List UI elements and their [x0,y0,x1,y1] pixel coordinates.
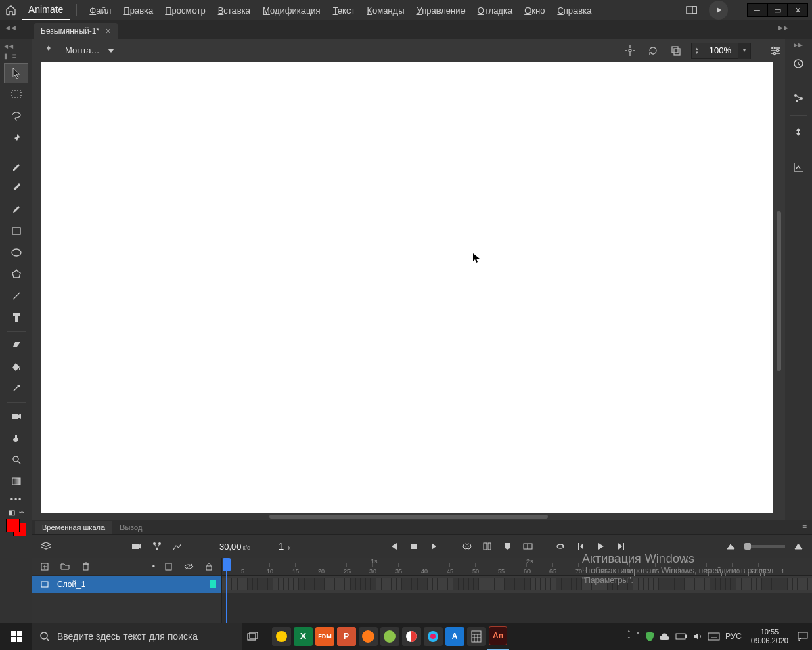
delete-layer-button[interactable] [78,560,92,573]
paint-bucket-tool[interactable] [4,357,28,377]
panel-collapse-left-icon[interactable]: ◀◀ [5,24,16,31]
scene-icon[interactable] [43,45,54,56]
hand-tool[interactable] [4,428,28,448]
maximize-button[interactable]: ▭ [767,3,788,17]
tab-output[interactable]: Вывод [113,521,149,534]
zoom-tool[interactable] [4,450,28,470]
taskbar-app-1[interactable] [271,623,292,650]
tray-notifications-icon[interactable] [798,632,808,641]
taskbar-search[interactable]: Введите здесь текст для поиска [32,623,242,650]
playhead-handle[interactable] [223,558,231,571]
step-back-button[interactable] [574,540,587,553]
visibility-header-icon[interactable] [182,560,196,573]
taskbar-app-ppt[interactable]: P [336,623,357,650]
home-icon[interactable] [4,3,18,17]
subselection-tool[interactable] [4,85,28,105]
step-forward-button[interactable] [614,540,628,553]
fps-display[interactable]: 30,00к/с [219,542,250,552]
panel-collapse-right-icon[interactable]: ▶▶ [778,24,789,31]
line-tool[interactable] [4,286,28,306]
pencil-tool[interactable] [4,199,28,219]
taskbar-app-blue[interactable]: A [444,623,466,650]
marker-button[interactable] [501,540,514,553]
edit-multiple-frames-button[interactable] [480,540,494,553]
layer-row[interactable]: Слой_1 [32,576,221,593]
stage-vertical-scrollbar[interactable] [777,211,781,371]
rotate-stage-icon[interactable] [645,43,661,59]
stop-button[interactable] [407,540,421,553]
app-name[interactable]: Animate [22,0,70,20]
taskbar-app-globe[interactable] [401,623,422,650]
layer-name[interactable]: Слой_1 [57,580,86,589]
highlight-layer-icon[interactable]: • [152,562,155,571]
menu-commands[interactable]: Команды [361,0,409,20]
scene-dropdown[interactable]: Монта… [65,45,114,56]
more-tools-icon[interactable]: ••• [10,495,23,504]
stage[interactable] [41,62,773,513]
default-colors-icon[interactable]: ◧ [9,508,15,516]
zoom-timeline-out-icon[interactable] [724,540,738,553]
timeline-panel-menu-icon[interactable]: ≡ [802,523,807,532]
oval-tool[interactable] [4,242,28,263]
zoom-stepper-icon[interactable]: ▲▼ [692,43,702,59]
timeline-zoom-slider[interactable] [744,545,785,548]
tray-expand-icon[interactable]: ˄˅ [627,630,631,643]
camera-tool[interactable] [4,406,28,427]
panel-grip-icon[interactable]: ▮ [4,52,8,60]
tray-up-icon[interactable]: ˄ [636,632,640,641]
stage-horizontal-scrollbar[interactable] [269,515,548,519]
loop-button[interactable] [554,540,567,553]
task-view-button[interactable] [242,623,264,650]
current-frame-display[interactable]: 1к [279,541,291,552]
menu-modify[interactable]: Модификация [257,0,326,20]
menu-edit[interactable]: Правка [118,0,158,20]
polygon-tool[interactable] [4,264,28,284]
menu-text[interactable]: Текст [328,0,361,20]
new-folder-button[interactable] [58,560,72,573]
brush-tool[interactable] [4,177,28,198]
close-button[interactable]: ✕ [788,3,808,17]
zoom-control[interactable]: ▲▼ 100% ▾ [691,43,751,59]
playhead[interactable] [226,558,227,623]
frames-row[interactable] [222,576,812,593]
workspace-switch-icon[interactable] [682,1,701,20]
pin-tool[interactable] [4,128,28,148]
eraser-tool[interactable] [4,335,28,355]
insert-frame-button[interactable] [521,540,535,553]
tray-battery-icon[interactable] [675,633,687,640]
taskbar-app-orange-circle[interactable] [357,623,379,650]
taskbar-app-fdm[interactable]: FDM [314,623,336,650]
zoom-timeline-in-icon[interactable] [792,540,805,553]
menu-window[interactable]: Окно [519,0,550,20]
taskbar-app-calculator[interactable] [466,623,487,650]
taskbar-app-excel[interactable]: X [292,623,314,650]
settings-sliders-icon[interactable] [767,43,784,59]
go-first-frame-button[interactable] [387,540,401,553]
center-stage-icon[interactable] [622,43,638,59]
document-tab[interactable]: Безымянный-1* ✕ [34,23,118,39]
tray-language[interactable]: РУС [725,632,742,641]
gradient-tool[interactable] [4,471,28,492]
zoom-dropdown-icon[interactable]: ▾ [738,43,750,59]
rectangle-tool[interactable] [4,221,28,241]
test-movie-button[interactable] [709,1,728,20]
assets-panel-icon[interactable] [788,123,809,143]
go-last-frame-button[interactable] [428,540,441,553]
zoom-value[interactable]: 100% [702,45,738,56]
layer-parenting-icon[interactable] [150,540,164,553]
minimize-button[interactable]: ─ [747,3,767,17]
lasso-tool[interactable] [4,106,28,127]
graph-icon[interactable] [171,540,184,553]
fill-swatch[interactable] [6,519,20,532]
menu-debug[interactable]: Отладка [472,0,518,20]
tray-keyboard-icon[interactable] [708,632,720,641]
document-tab-close-icon[interactable]: ✕ [105,27,111,36]
taskbar-app-green-circle[interactable] [379,623,401,650]
pen-tool[interactable] [4,156,28,176]
clip-stage-icon[interactable] [668,43,684,59]
properties-panel-icon[interactable] [788,53,809,74]
tray-shield-icon[interactable] [646,632,654,641]
tools-collapse-icon[interactable]: ◀◀ [4,43,14,49]
tray-cloud-icon[interactable] [659,633,670,641]
tab-timeline[interactable]: Временная шкала [35,521,112,534]
